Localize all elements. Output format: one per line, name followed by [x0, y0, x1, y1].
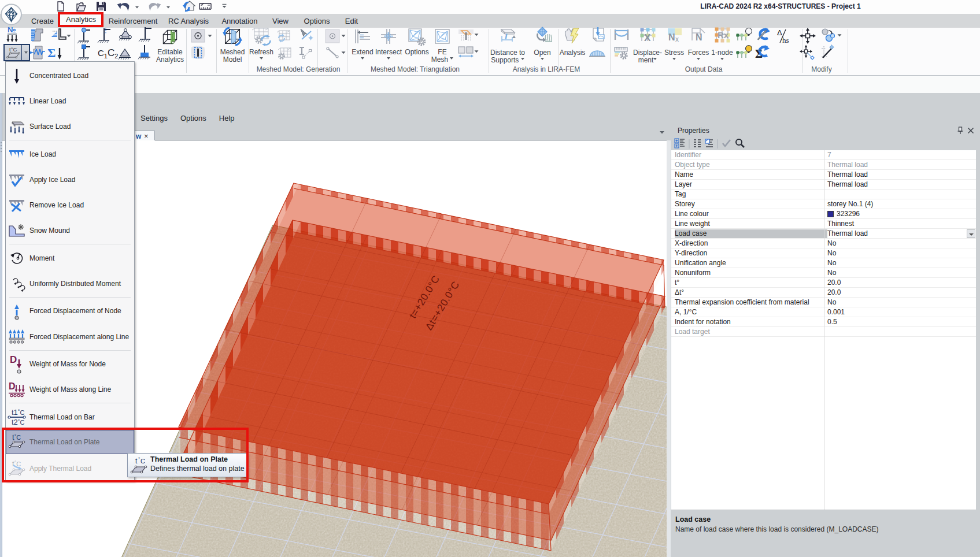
svg-text:t2°C: t2°C: [12, 418, 24, 426]
svg-text:D: D: [9, 381, 16, 391]
svg-text:D: D: [10, 354, 17, 365]
svg-text:t1°C: t1°C: [12, 408, 24, 417]
